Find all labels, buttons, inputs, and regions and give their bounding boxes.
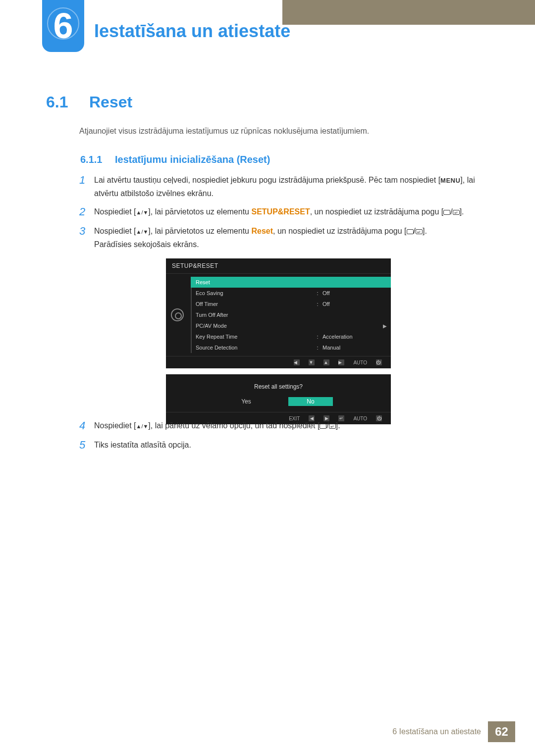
osd1-footer: ◀ ▼ ▲ ▶ AUTO ⏻ [166, 356, 391, 368]
enter-icon [453, 210, 460, 215]
auto-label: AUTO [353, 360, 367, 365]
page-footer: 6 Iestatīšana un atiestate 62 [392, 721, 535, 742]
osd2-options: Yes No [166, 397, 391, 406]
step-1: 1 Lai atvērtu taustiņu ceļvedi, nospiedi… [79, 173, 490, 200]
osd1-body: Reset Eco Saving : Off Off Timer : Off T… [166, 274, 391, 356]
step-4: 4 Nospiediet [▲/▼], lai pārietu uz vēlam… [79, 419, 490, 433]
step-1-num: 1 [79, 173, 94, 200]
steps-list: 1 Lai atvērtu taustiņu ceļvedi, nospiedi… [79, 173, 490, 256]
step-1-text: Lai atvērtu taustiņu ceļvedi, nospiediet… [94, 173, 490, 200]
step-3-text: Nospiediet [▲/▼], lai pārvietotos uz ele… [94, 224, 427, 251]
rect-icon [320, 424, 326, 429]
osd2-no: No [288, 397, 333, 406]
left-icon: ◀ [294, 359, 300, 365]
menu-button-label: MENU [440, 177, 460, 184]
osd1-row-keyrepeat: Key Repeat Time : Acceleration [191, 331, 391, 342]
step-3-num: 3 [79, 224, 94, 251]
step-5-text: Tiks iestatīta atlasītā opcija. [94, 438, 191, 453]
subsection-number: 6.1.1 [80, 154, 102, 165]
osd1-menu: Reset Eco Saving : Off Off Timer : Off T… [189, 274, 391, 356]
right-arrow-icon: ▶ [383, 323, 387, 329]
osd1-row-reset: Reset [191, 277, 391, 288]
up-down-icon: ▲/▼ [136, 423, 149, 429]
reset-keyword: Reset [251, 227, 273, 235]
rect-icon [407, 229, 414, 234]
step-2: 2 Nospiediet [▲/▼], lai pārvietotos uz e… [79, 205, 490, 219]
steps-continued: 4 Nospiediet [▲/▼], lai pārietu uz vēlam… [79, 419, 490, 457]
up-down-icon: ▲/▼ [136, 209, 149, 215]
section-number: 6.1 [46, 93, 68, 111]
enter-icon [416, 229, 423, 234]
step-2-num: 2 [79, 205, 94, 219]
enter-icon [329, 424, 336, 429]
step-5: 5 Tiks iestatīta atlasītā opcija. [79, 438, 490, 453]
setup-reset-keyword: SETUP&RESET [251, 207, 310, 216]
step-3: 3 Nospiediet [▲/▼], lai pārvietotos uz e… [79, 224, 490, 251]
osd-setup-reset: SETUP&RESET Reset Eco Saving : Off Off T… [166, 258, 391, 368]
section-intro: Atjaunojiet visus izstrādājuma iestatīju… [79, 127, 369, 136]
down-icon: ▼ [309, 359, 315, 365]
osd1-row-pcav: PC/AV Mode ▶ [191, 320, 391, 331]
up-icon: ▲ [323, 359, 329, 365]
right-icon: ▶ [338, 359, 344, 365]
osd-reset-confirm: Reset all settings? Yes No EXIT ◀ ▶ ↵ AU… [166, 374, 391, 424]
chapter-badge: 6 [42, 0, 84, 52]
step-2-text: Nospiediet [▲/▼], lai pārvietotos uz ele… [94, 205, 464, 219]
top-bar [282, 0, 535, 25]
chapter-title: Iestatīšana un atiestate [94, 21, 290, 42]
osd1-row-offtimer: Off Timer : Off [191, 299, 391, 309]
osd1-header: SETUP&RESET [166, 258, 391, 274]
subsection-title: Iestatījumu inicializēšana (Reset) [115, 154, 270, 165]
footer-chapter-title: 6 Iestatīšana un atiestate [392, 727, 481, 736]
osd1-row-source: Source Detection : Manual [191, 342, 391, 353]
osd1-icon-sidebar [166, 274, 189, 356]
step-5-num: 5 [79, 438, 94, 453]
osd-screenshots: SETUP&RESET Reset Eco Saving : Off Off T… [166, 258, 391, 424]
osd1-row-eco: Eco Saving : Off [191, 288, 391, 299]
step-4-num: 4 [79, 419, 94, 433]
power-icon: ⏻ [376, 359, 382, 365]
gear-icon [171, 308, 184, 321]
osd2-question: Reset all settings? [166, 383, 391, 390]
page-number: 62 [488, 721, 515, 742]
up-down-icon: ▲/▼ [136, 229, 149, 235]
osd2-yes: Yes [224, 397, 268, 406]
rect-icon [443, 210, 450, 215]
section-title: Reset [89, 93, 132, 111]
badge-circle [47, 7, 79, 40]
step-4-text: Nospiediet [▲/▼], lai pārietu uz vēlamo … [94, 419, 340, 433]
osd1-row-turnoff: Turn Off After [191, 309, 391, 320]
